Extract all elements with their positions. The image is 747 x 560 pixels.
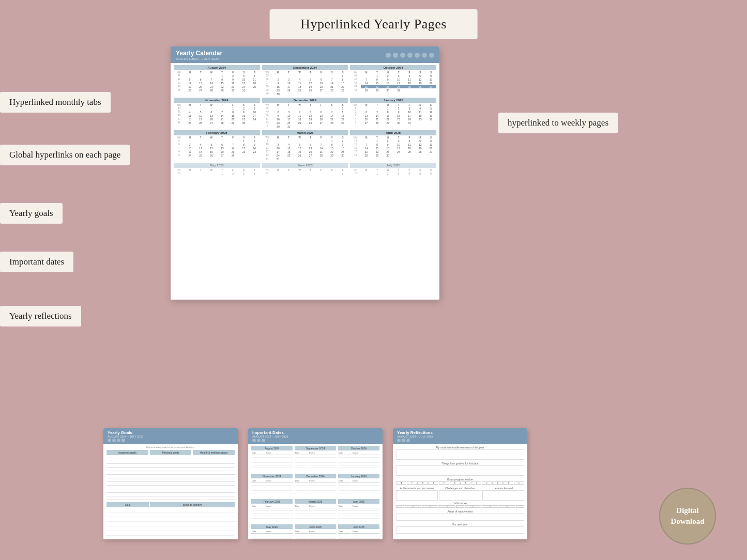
imp-spacer3 <box>251 520 379 524</box>
r-icon1 <box>397 439 401 442</box>
imp-january: January 2024 Date Event <box>338 474 379 493</box>
icon2 <box>393 53 398 58</box>
ref-memorable-label: My most memorable moments of this year <box>396 446 524 449</box>
imp-may: May 2025 Date Event <box>251 524 293 539</box>
month-june: June 2025 WK M T W T F S S 22 <box>262 163 348 175</box>
academic-goals-label: Academic goals <box>106 450 148 455</box>
label-hyperlinked-weekly: hyperlinked to weekly pages <box>498 113 618 133</box>
i-icon1 <box>252 439 256 442</box>
ref-habit-label: Habit tracker <box>396 502 524 505</box>
ref-lessons-box <box>482 490 524 501</box>
digital-download-line1: Digital <box>676 505 698 516</box>
wellness-goals-label: Health & wellness goals <box>193 450 235 455</box>
ref-achievements-row: Achievements and successes Challenges an… <box>396 487 524 501</box>
g-icon2 <box>112 439 116 442</box>
label-yearly-reflections: Yearly reflections <box>0 306 81 326</box>
imp-april: April 2025 Date Event <box>338 499 379 519</box>
icon7 <box>429 53 434 58</box>
icon6 <box>422 53 427 58</box>
label-global: Global hyperlinks on each page <box>0 145 130 165</box>
goals-header: Yearly Goals AUGUST 2024 – JULY 2025 <box>103 428 238 444</box>
icon3 <box>400 53 405 58</box>
month-may: May 2025 WK M T W T F S S 18 1 2 3 <box>174 163 260 175</box>
ref-memorable: My most memorable moments of this year <box>396 446 524 460</box>
months-row-3: February 2025 WK M T W T F S S 5 1 <box>174 130 436 161</box>
g-icon1 <box>108 439 111 442</box>
month-july: July 2025 WK M T W T F S S 26 1 2 3 4 5 <box>350 163 436 175</box>
imp-march: March 2025 Date Event <box>295 499 336 519</box>
ref-next-year-box <box>396 526 524 534</box>
ref-improvement: Areas of improvement <box>396 510 524 521</box>
r-icon3 <box>406 439 410 442</box>
imp-december: December 2024 Date Event <box>295 474 336 493</box>
month-march: March 2025 WK M T W T F S S 9 1 <box>262 130 348 161</box>
ref-progress-label: Goals progress tracker <box>396 478 524 481</box>
month-september: September 2024 WK M T W T F S S 35 <box>262 65 348 96</box>
month-november: November 2024 WK M T W T F S S 44 1 2 <box>174 98 260 128</box>
reflections-subtitle: AUGUST 2024 – JULY 2025 <box>397 435 523 438</box>
g-icon4 <box>121 439 125 442</box>
i-icon2 <box>257 439 261 442</box>
calendar-title: Yearly Calendar <box>176 50 222 57</box>
ref-next-year: For next year <box>396 523 524 534</box>
ref-icons <box>397 439 523 442</box>
reflections-header: Yearly Reflections AUGUST 2024 – JULY 20… <box>393 428 527 444</box>
months-row-4: May 2025 WK M T W T F S S 18 1 2 3 <box>174 163 436 175</box>
ref-progress: Goals progress tracker M T W T F S S 1 2… <box>396 478 524 485</box>
label-yearly-goals: Yearly goals <box>0 203 63 224</box>
imp-dates-body: August 2024 Date Event September 2024 Da… <box>248 444 383 539</box>
r-icon2 <box>402 439 405 442</box>
icon5 <box>415 53 420 58</box>
ref-memorable-box <box>396 449 524 460</box>
calendar-body: August 2024 WK M T W T F S S 31 1 2 3 <box>171 63 439 179</box>
calendar-subtitle: AUGUST 2024 – JULY 2025 <box>176 57 222 61</box>
imp-november: November 2024 Date Event <box>251 474 293 493</box>
goal-col-header: Goal <box>106 502 149 507</box>
ref-improvement-box <box>396 514 524 521</box>
imp-september: September 2024 Date Event <box>295 446 336 468</box>
goals-title: Yearly Goals <box>108 430 234 435</box>
imp-row-4: May 2025 Date Event June 2025 Date Event… <box>251 524 379 539</box>
ref-challenges-box <box>439 490 481 501</box>
reflections-title: Yearly Reflections <box>397 430 523 435</box>
ref-achievements-box <box>396 490 438 501</box>
goals-lines-section <box>106 457 235 500</box>
goals-page: Yearly Goals AUGUST 2024 – JULY 2025 Wri… <box>103 428 238 539</box>
label-important-dates: Important dates <box>0 252 73 272</box>
imp-dates-title: Important Dates <box>252 430 378 435</box>
sub-pages-row: Yearly Goals AUGUST 2024 – JULY 2025 Wri… <box>103 428 527 539</box>
ref-grateful-box <box>396 465 524 476</box>
goals-subtitle: AUGUST 2024 – JULY 2025 <box>108 435 234 438</box>
imp-dates-subtitle: AUGUST 2024 – JULY 2025 <box>252 435 378 438</box>
goals-instruction: Write your yearly goals for the coming y… <box>106 446 235 448</box>
calendar-page: Yearly Calendar AUGUST 2024 – JULY 2025 … <box>171 46 439 300</box>
calendar-header: Yearly Calendar AUGUST 2024 – JULY 2025 <box>171 46 439 63</box>
label-monthly-tabs: Hyperlinked monthly tabs <box>0 92 111 113</box>
imp-row-1: August 2024 Date Event September 2024 Da… <box>251 446 379 468</box>
ref-challenges-label: Challenges and obstacles <box>439 487 481 490</box>
steps-col-header: Steps to achieve <box>150 502 235 507</box>
ref-tracker: M T W T F S S 1 2 3 4 5 <box>396 481 524 485</box>
ref-next-year-label: For next year <box>396 523 524 526</box>
i-icon3 <box>262 439 265 442</box>
digital-download-badge: Digital Download <box>659 488 716 545</box>
months-row-2: November 2024 WK M T W T F S S 44 1 2 <box>174 98 436 128</box>
month-january: January 2025 WK M T W T F S S 1 1 2 3 4 <box>350 98 436 128</box>
imp-july: July 2025 Date Event <box>338 524 379 539</box>
months-row-1: August 2024 WK M T W T F S S 31 1 2 3 <box>174 65 436 96</box>
ref-achievements-label: Achievements and successes <box>396 487 438 490</box>
ref-habit-grid <box>396 505 524 508</box>
month-february: February 2025 WK M T W T F S S 5 1 <box>174 130 260 161</box>
reflections-page: Yearly Reflections AUGUST 2024 – JULY 20… <box>393 428 527 539</box>
ref-grateful-label: Things I am grateful for this year <box>396 462 524 465</box>
icon1 <box>386 53 391 58</box>
goals-categories: Academic goals Personal goals Health & w… <box>106 450 235 455</box>
imp-row-3: February 2025 Date Event March 2025 Date… <box>251 499 379 519</box>
page-title: Hyperlinked Yearly Pages <box>269 9 478 39</box>
ref-improvement-label: Areas of improvement <box>396 510 524 513</box>
month-october: October 2024 WK M T W T F S S 40 1 2 3 4 <box>350 65 436 96</box>
month-april: April 2025 WK M T W T F S S 14 1 2 3 4 5 <box>350 130 436 161</box>
imp-dates-header: Important Dates AUGUST 2024 – JULY 2025 <box>248 428 383 444</box>
digital-download-line2: Download <box>670 516 704 527</box>
imp-october: October 2024 Date Event <box>338 446 379 468</box>
